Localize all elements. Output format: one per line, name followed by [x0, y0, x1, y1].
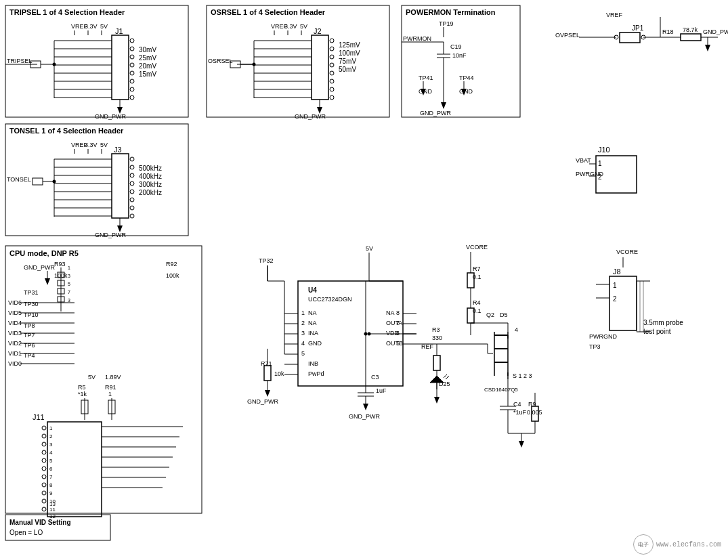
- svg-point-361: [364, 332, 368, 336]
- svg-text:UCC27324DGN: UCC27324DGN: [308, 296, 352, 303]
- svg-text:5: 5: [49, 458, 53, 464]
- svg-text:1: 1: [301, 309, 305, 316]
- svg-text:7: 7: [396, 320, 400, 326]
- svg-text:PWRMON: PWRMON: [403, 35, 431, 42]
- svg-text:3.5mm probe: 3.5mm probe: [643, 319, 683, 326]
- svg-text:S 1 2 3: S 1 2 3: [513, 372, 532, 379]
- svg-text:78.7k: 78.7k: [683, 26, 698, 33]
- svg-text:J8: J8: [613, 267, 621, 276]
- svg-text:R91: R91: [105, 384, 116, 391]
- svg-text:300kHz: 300kHz: [139, 181, 162, 188]
- svg-text:75mV: 75mV: [339, 58, 356, 65]
- svg-text:PwPd: PwPd: [308, 370, 324, 377]
- svg-text:25mV: 25mV: [139, 54, 156, 62]
- svg-point-70: [253, 63, 256, 66]
- svg-text:GND: GND: [308, 340, 322, 347]
- svg-text:3: 3: [49, 441, 53, 448]
- svg-text:10k: 10k: [274, 370, 284, 377]
- svg-text:2: 2: [613, 295, 617, 303]
- svg-text:7: 7: [68, 290, 70, 295]
- svg-text:D5: D5: [500, 311, 508, 318]
- svg-text:J11: J11: [33, 413, 45, 421]
- svg-text:6: 6: [396, 330, 400, 337]
- svg-text:C3: C3: [371, 374, 379, 381]
- svg-text:VCORE: VCORE: [616, 249, 638, 255]
- svg-text:5: 5: [396, 340, 400, 347]
- svg-text:VID2: VID2: [8, 340, 22, 347]
- svg-text:VREF: VREF: [606, 12, 623, 18]
- svg-text:GND_PWR: GND_PWR: [95, 232, 127, 238]
- svg-text:3: 3: [68, 274, 70, 278]
- svg-text:TP41: TP41: [419, 74, 433, 81]
- tonsel-label: TONSEL 1 of 4 Selection Header: [9, 127, 124, 135]
- svg-text:8: 8: [396, 309, 400, 316]
- svg-text:1: 1: [598, 160, 602, 167]
- svg-text:10nF: 10nF: [452, 52, 467, 59]
- svg-text:TP3: TP3: [589, 343, 601, 350]
- svg-text:6: 6: [49, 466, 53, 472]
- svg-text:4: 4: [515, 326, 518, 333]
- svg-text:VID4: VID4: [8, 320, 22, 326]
- svg-text:VID0: VID0: [8, 360, 22, 367]
- svg-text:J2: J2: [314, 27, 322, 35]
- svg-text:1: 1: [613, 282, 617, 289]
- svg-text:15mV: 15mV: [139, 70, 156, 78]
- svg-text:1: 1: [49, 425, 53, 431]
- svg-text:1uF: 1uF: [376, 387, 387, 394]
- svg-text:VID5: VID5: [8, 309, 22, 316]
- svg-text:R18: R18: [662, 28, 674, 35]
- svg-text:100k: 100k: [54, 272, 68, 279]
- svg-text:50mV: 50mV: [339, 66, 356, 73]
- svg-text:1: 1: [108, 391, 112, 397]
- svg-text:11: 11: [49, 507, 56, 513]
- svg-text:5V: 5V: [100, 23, 108, 30]
- svg-text:J3: J3: [114, 146, 122, 154]
- svg-text:U4: U4: [308, 286, 317, 294]
- svg-text:5V: 5V: [88, 374, 95, 381]
- svg-text:8: 8: [49, 482, 53, 488]
- tripsel-label: TRIPSEL 1 of 4 Selection Header: [9, 8, 125, 16]
- svg-text:3: 3: [68, 298, 70, 303]
- svg-text:TONSEL: TONSEL: [7, 176, 31, 183]
- svg-text:TP19: TP19: [439, 20, 454, 27]
- svg-text:9: 9: [49, 490, 53, 496]
- svg-text:NA: NA: [308, 309, 317, 316]
- svg-text:GND_PWR: GND_PWR: [247, 398, 279, 405]
- svg-text:5: 5: [68, 282, 70, 286]
- cpu-mode-label: CPU mode, DNP R5: [9, 249, 79, 257]
- watermark: 电子 www.elecfans.com: [633, 534, 721, 555]
- svg-text:13: 13: [49, 501, 56, 507]
- svg-text:OVPSEL: OVPSEL: [555, 32, 580, 39]
- svg-text:330: 330: [432, 335, 442, 341]
- svg-text:3.3V: 3.3V: [85, 142, 98, 148]
- svg-text:20mV: 20mV: [139, 62, 156, 70]
- svg-text:3: 3: [301, 330, 305, 337]
- svg-text:INA: INA: [308, 330, 318, 337]
- svg-text:TP32: TP32: [259, 257, 274, 264]
- schematic-container: TRIPSEL 1 of 4 Selection Header VREF 3.3…: [0, 0, 728, 560]
- svg-text:R3: R3: [432, 326, 440, 333]
- svg-text:5V: 5V: [300, 23, 307, 30]
- svg-text:J1: J1: [115, 27, 123, 35]
- svg-text:GND_PWR: GND_PWR: [349, 413, 381, 420]
- svg-text:R93: R93: [54, 261, 66, 267]
- svg-text:3.3V: 3.3V: [284, 23, 297, 30]
- svg-text:GND_PWR: GND_PWR: [24, 264, 56, 271]
- svg-text:VID6: VID6: [8, 299, 22, 306]
- svg-text:REF: REF: [421, 343, 434, 350]
- watermark-text: www.elecfans.com: [656, 541, 721, 548]
- svg-text:TP31: TP31: [24, 289, 39, 296]
- svg-text:100k: 100k: [166, 272, 179, 279]
- svg-text:1.89V: 1.89V: [105, 374, 121, 381]
- svg-text:5V: 5V: [366, 245, 373, 252]
- svg-text:PWRGND: PWRGND: [589, 333, 617, 340]
- svg-text:5: 5: [301, 350, 305, 357]
- svg-text:VID1: VID1: [8, 350, 22, 357]
- svg-text:GND_PWR: GND_PWR: [420, 110, 452, 116]
- svg-text:J10: J10: [598, 146, 610, 154]
- svg-text:TRIPSEL: TRIPSEL: [7, 58, 33, 64]
- svg-text:30mV: 30mV: [139, 46, 156, 53]
- svg-rect-0: [0, 0, 728, 560]
- svg-text:OUTB: OUTB: [386, 340, 403, 347]
- svg-text:Open = LO: Open = LO: [9, 529, 43, 536]
